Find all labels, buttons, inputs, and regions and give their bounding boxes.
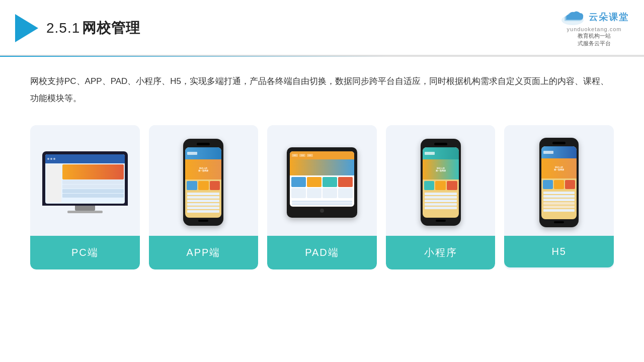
page-header: 2.5.1网校管理 云朵课堂 yunduoketang.com 教育机构一站 式… bbox=[0, 0, 644, 56]
card-h5-image: 职达人的第一堂网课 bbox=[504, 125, 614, 236]
pad-device-mockup: 课程 直播 题库 bbox=[287, 147, 357, 218]
logo-tagline: 教育机构一站 式服务云平台 bbox=[578, 32, 611, 48]
header-left: 2.5.1网校管理 bbox=[15, 14, 140, 42]
card-mini-label: 小程序 bbox=[386, 236, 496, 269]
pc-device-mockup bbox=[42, 151, 128, 213]
card-pc: PC端 bbox=[30, 125, 140, 269]
cloud-logo-group: 云朵课堂 bbox=[559, 9, 629, 25]
card-app-label: APP端 bbox=[149, 236, 259, 269]
card-mini-image: 职达人的第一堂网课 bbox=[386, 125, 496, 236]
card-pc-label: PC端 bbox=[30, 236, 140, 269]
logo-url: yunduoketang.com bbox=[567, 26, 622, 32]
card-h5: 职达人的第一堂网课 bbox=[504, 125, 614, 269]
main-content: 网校支持PC、APP、PAD、小程序、H5，实现多端打通，产品各终端自由切换，数… bbox=[0, 57, 644, 280]
description-text: 网校支持PC、APP、PAD、小程序、H5，实现多端打通，产品各终端自由切换，数… bbox=[30, 73, 614, 107]
page-title: 2.5.1网校管理 bbox=[46, 19, 140, 38]
card-pad: 课程 直播 题库 bbox=[267, 125, 377, 269]
card-pad-label: PAD端 bbox=[267, 236, 377, 269]
h5-device-mockup: 职达人的第一堂网课 bbox=[539, 138, 579, 227]
card-pc-image bbox=[30, 125, 140, 236]
card-app-image: 职达人的第一堂网课 bbox=[149, 125, 259, 236]
brand-triangle-icon bbox=[15, 14, 38, 42]
card-h5-label: H5 bbox=[504, 236, 614, 267]
card-mini: 职达人的第一堂网课 bbox=[386, 125, 496, 269]
cloud-icon bbox=[559, 9, 586, 25]
logo-text: 云朵课堂 bbox=[589, 11, 629, 23]
device-cards-container: PC端 职达人的第一堂网课 bbox=[30, 125, 614, 269]
mini-device-mockup: 职达人的第一堂网课 bbox=[421, 139, 461, 226]
brand-logo: 云朵课堂 yunduoketang.com 教育机构一站 式服务云平台 bbox=[559, 9, 629, 48]
card-pad-image: 课程 直播 题库 bbox=[267, 125, 377, 236]
card-app: 职达人的第一堂网课 bbox=[149, 125, 259, 269]
app-device-mockup: 职达人的第一堂网课 bbox=[183, 139, 223, 226]
